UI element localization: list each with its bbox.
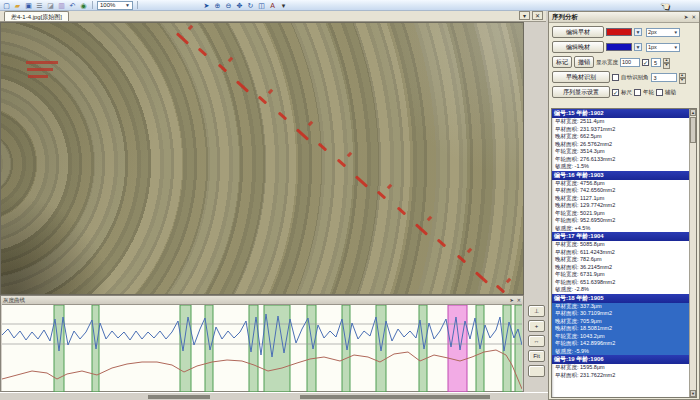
ring-band[interactable]	[419, 305, 427, 392]
new-file-icon[interactable]: ▢	[2, 1, 11, 10]
ring-entry[interactable]: 编号:19 年龄:1906早材宽度: 1595.8μm早材面积: 231.762…	[552, 355, 696, 379]
copy-icon[interactable]: ◪	[46, 1, 55, 10]
wood-sample-image-viewport[interactable]	[0, 22, 524, 295]
ring-entry-header[interactable]: 编号:18 年龄:1905	[552, 294, 696, 303]
measure-icon[interactable]: ◫	[257, 1, 266, 10]
width-step-input[interactable]: 5	[651, 58, 661, 67]
pin-icon[interactable]: ➤	[510, 297, 514, 303]
ring-entry[interactable]: 编号:17 年龄:1904早材宽度: 5085.8μm早材面积: 611.424…	[552, 232, 696, 294]
chart-tool-button[interactable]: ⊥	[528, 305, 545, 317]
ring-entry[interactable]: 编号:15 年龄:1902早材宽度: 2511.4μm早材面积: 231.937…	[552, 109, 696, 171]
aux-checkbox[interactable]	[656, 89, 663, 96]
ring-boundary-mark[interactable]	[296, 128, 309, 140]
close-icon[interactable]: ✕	[691, 14, 696, 20]
scroll-up-icon[interactable]: ▲	[690, 109, 696, 116]
ring-band[interactable]	[205, 305, 213, 392]
ring-boundary-mark[interactable]	[496, 285, 505, 294]
ring-boundary-mark[interactable]	[198, 48, 207, 57]
earlylate-detect-button[interactable]: 早晚材识别	[552, 71, 610, 83]
snapshot-icon[interactable]: ◉	[79, 1, 88, 10]
ring-boundary-mark[interactable]	[318, 143, 327, 152]
series-display-button[interactable]: 序列显示设置	[552, 86, 610, 98]
ruler-checkbox[interactable]: ✓	[612, 89, 619, 96]
list-scrollbar[interactable]: ▲ ▼	[689, 109, 696, 397]
display-width-checkbox[interactable]: ✓	[642, 59, 649, 66]
scroll-down-icon[interactable]: ▼	[690, 390, 696, 397]
ring-entry-list[interactable]: ▲ ▼ 编号:15 年龄:1902早材宽度: 2511.4μm早材面积: 231…	[551, 108, 697, 398]
ring-checkbox[interactable]	[634, 89, 641, 96]
display-width-combobox[interactable]: 100	[620, 58, 640, 67]
ring-boundary-mark[interactable]	[437, 239, 446, 248]
ring-boundary-mark[interactable]	[415, 223, 428, 235]
chart-tool-button[interactable]	[528, 365, 545, 377]
chart-tool-button[interactable]: Fit	[528, 350, 545, 362]
document-close-button[interactable]: ✕	[532, 11, 543, 20]
zoom-level-combobox[interactable]: 100% ▼	[97, 1, 133, 10]
ring-boundary-mark[interactable]	[475, 271, 488, 283]
ring-boundary-mark[interactable]	[397, 207, 406, 216]
edit-earlywood-button[interactable]: 编辑早材	[552, 26, 604, 38]
calibration-text-mark	[27, 68, 53, 71]
pan-icon[interactable]: ✥	[235, 1, 244, 10]
print-icon[interactable]: ☰	[35, 1, 44, 10]
earlywood-line-style-combobox[interactable]: 2px ▼	[646, 28, 680, 37]
ring-entry[interactable]: 编号:18 年龄:1905早材宽度: 337.3μm早材面积: 30.7109m…	[552, 294, 696, 356]
undo-mark-button[interactable]: 撤销	[574, 56, 594, 68]
document-minimize-button[interactable]: ▾	[519, 11, 530, 20]
earlywood-color-swatch[interactable]	[606, 28, 632, 36]
chart-tool-button[interactable]: ↔	[528, 335, 545, 347]
pointer-icon[interactable]: ➤	[202, 1, 211, 10]
scrollbar-thumb[interactable]	[690, 117, 696, 143]
ring-entry[interactable]: 编号:16 年龄:1903早材宽度: 4756.8μm早材面积: 742.656…	[552, 171, 696, 233]
selected-ring-band[interactable]	[448, 305, 467, 392]
ring-entry-header[interactable]: 编号:15 年龄:1902	[552, 109, 696, 118]
undo-icon[interactable]: ↶	[68, 1, 77, 10]
auto-angle-input[interactable]: 3	[651, 73, 677, 82]
gray-profile-plot[interactable]	[2, 304, 522, 391]
label-icon[interactable]: A	[268, 1, 277, 10]
ring-mark-label	[308, 121, 314, 127]
ring-entry-field: 早材宽度: 4756.8μm	[552, 180, 696, 188]
latewood-color-swatch[interactable]	[606, 43, 632, 51]
zoom-in-icon[interactable]: ⊕	[213, 1, 222, 10]
mark-button[interactable]: 标记	[552, 56, 572, 68]
document-tab[interactable]: 差4-1-4.jpg[原始图]	[4, 11, 69, 21]
ring-band[interactable]	[342, 305, 350, 392]
ring-boundary-mark[interactable]	[355, 175, 368, 187]
paste-icon[interactable]: ▥	[57, 1, 66, 10]
ring-boundary-mark[interactable]	[258, 96, 267, 105]
edit-latewood-button[interactable]: 编辑晚材	[552, 41, 604, 53]
auto-angle-spinner[interactable]: ▲▼	[679, 73, 686, 82]
ring-boundary-mark[interactable]	[176, 32, 189, 44]
ring-boundary-mark[interactable]	[236, 80, 249, 92]
open-folder-icon[interactable]: ▰	[13, 1, 22, 10]
ring-entry-field: 晚材面积: 36.2145mm2	[552, 264, 696, 272]
chart-tool-button[interactable]: +	[528, 320, 545, 332]
zoom-out-icon[interactable]: ⊖	[224, 1, 233, 10]
ring-band[interactable]	[180, 305, 191, 392]
ring-entry-header[interactable]: 编号:17 年龄:1904	[552, 232, 696, 241]
ring-band[interactable]	[264, 305, 290, 392]
width-step-spinner[interactable]: ▲▼	[663, 58, 670, 67]
profile-series	[2, 314, 522, 357]
more-dropdown-icon[interactable]: ▾	[279, 1, 288, 10]
ring-boundary-mark[interactable]	[457, 255, 466, 264]
auto-angle-checkbox[interactable]	[612, 74, 619, 81]
analysis-panel-header: 序列分析 ➤ ✕	[549, 12, 699, 23]
ring-boundary-mark[interactable]	[278, 112, 287, 121]
rotate-icon[interactable]: ↻	[246, 1, 255, 10]
ring-boundary-mark[interactable]	[218, 64, 227, 73]
ring-entry-header[interactable]: 编号:16 年龄:1903	[552, 171, 696, 180]
pin-icon[interactable]: ➤	[684, 14, 689, 20]
ring-entry-header[interactable]: 编号:19 年龄:1906	[552, 355, 696, 364]
ring-boundary-mark[interactable]	[377, 191, 386, 200]
latewood-line-style-combobox[interactable]: 1px ▼	[646, 43, 680, 52]
close-icon[interactable]: ✕	[517, 297, 521, 303]
ring-entry-field: 年轮宽度: 1043.2μm	[552, 333, 696, 341]
ring-entry-field: 晚材宽度: 1127.1μm	[552, 195, 696, 203]
ring-band[interactable]	[515, 305, 522, 392]
chevron-down-icon[interactable]: ▼	[634, 28, 642, 36]
ring-boundary-mark[interactable]	[337, 159, 346, 168]
save-icon[interactable]: ▣	[24, 1, 33, 10]
chevron-down-icon[interactable]: ▼	[634, 43, 642, 51]
